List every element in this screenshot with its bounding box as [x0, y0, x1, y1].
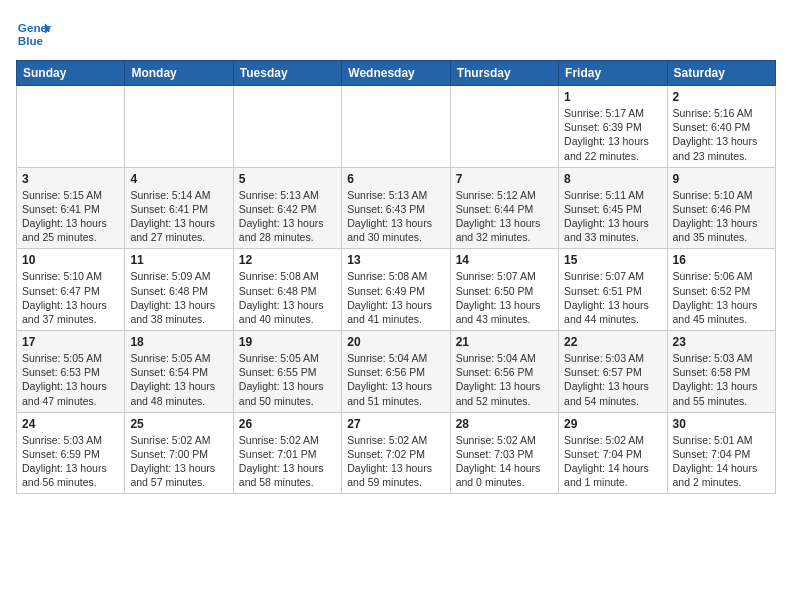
day-number: 1: [564, 90, 661, 104]
day-info: Sunrise: 5:17 AM Sunset: 6:39 PM Dayligh…: [564, 106, 661, 163]
day-cell: 18Sunrise: 5:05 AM Sunset: 6:54 PM Dayli…: [125, 331, 233, 413]
day-info: Sunrise: 5:09 AM Sunset: 6:48 PM Dayligh…: [130, 269, 227, 326]
day-number: 4: [130, 172, 227, 186]
header-saturday: Saturday: [667, 61, 775, 86]
day-info: Sunrise: 5:02 AM Sunset: 7:01 PM Dayligh…: [239, 433, 336, 490]
day-info: Sunrise: 5:01 AM Sunset: 7:04 PM Dayligh…: [673, 433, 770, 490]
day-info: Sunrise: 5:13 AM Sunset: 6:42 PM Dayligh…: [239, 188, 336, 245]
day-cell: 21Sunrise: 5:04 AM Sunset: 6:56 PM Dayli…: [450, 331, 558, 413]
week-row-4: 17Sunrise: 5:05 AM Sunset: 6:53 PM Dayli…: [17, 331, 776, 413]
day-number: 9: [673, 172, 770, 186]
day-number: 27: [347, 417, 444, 431]
day-cell: 3Sunrise: 5:15 AM Sunset: 6:41 PM Daylig…: [17, 167, 125, 249]
day-cell: 27Sunrise: 5:02 AM Sunset: 7:02 PM Dayli…: [342, 412, 450, 494]
header-sunday: Sunday: [17, 61, 125, 86]
day-cell: 23Sunrise: 5:03 AM Sunset: 6:58 PM Dayli…: [667, 331, 775, 413]
header-monday: Monday: [125, 61, 233, 86]
logo-icon: General Blue: [16, 16, 52, 52]
day-number: 14: [456, 253, 553, 267]
day-number: 29: [564, 417, 661, 431]
day-number: 2: [673, 90, 770, 104]
day-info: Sunrise: 5:07 AM Sunset: 6:51 PM Dayligh…: [564, 269, 661, 326]
day-number: 12: [239, 253, 336, 267]
day-info: Sunrise: 5:02 AM Sunset: 7:00 PM Dayligh…: [130, 433, 227, 490]
day-cell: [342, 86, 450, 168]
day-info: Sunrise: 5:05 AM Sunset: 6:53 PM Dayligh…: [22, 351, 119, 408]
calendar-header: SundayMondayTuesdayWednesdayThursdayFrid…: [17, 61, 776, 86]
day-cell: 28Sunrise: 5:02 AM Sunset: 7:03 PM Dayli…: [450, 412, 558, 494]
day-info: Sunrise: 5:03 AM Sunset: 6:57 PM Dayligh…: [564, 351, 661, 408]
day-cell: [233, 86, 341, 168]
day-cell: 8Sunrise: 5:11 AM Sunset: 6:45 PM Daylig…: [559, 167, 667, 249]
header-tuesday: Tuesday: [233, 61, 341, 86]
day-number: 30: [673, 417, 770, 431]
day-cell: 29Sunrise: 5:02 AM Sunset: 7:04 PM Dayli…: [559, 412, 667, 494]
day-info: Sunrise: 5:03 AM Sunset: 6:59 PM Dayligh…: [22, 433, 119, 490]
day-number: 5: [239, 172, 336, 186]
day-number: 8: [564, 172, 661, 186]
day-cell: 26Sunrise: 5:02 AM Sunset: 7:01 PM Dayli…: [233, 412, 341, 494]
day-number: 3: [22, 172, 119, 186]
calendar-table: SundayMondayTuesdayWednesdayThursdayFrid…: [16, 60, 776, 494]
day-cell: 22Sunrise: 5:03 AM Sunset: 6:57 PM Dayli…: [559, 331, 667, 413]
day-cell: 4Sunrise: 5:14 AM Sunset: 6:41 PM Daylig…: [125, 167, 233, 249]
day-number: 23: [673, 335, 770, 349]
day-cell: 17Sunrise: 5:05 AM Sunset: 6:53 PM Dayli…: [17, 331, 125, 413]
day-cell: 24Sunrise: 5:03 AM Sunset: 6:59 PM Dayli…: [17, 412, 125, 494]
header-friday: Friday: [559, 61, 667, 86]
header: General Blue: [16, 16, 776, 52]
day-number: 6: [347, 172, 444, 186]
day-cell: 11Sunrise: 5:09 AM Sunset: 6:48 PM Dayli…: [125, 249, 233, 331]
day-info: Sunrise: 5:10 AM Sunset: 6:47 PM Dayligh…: [22, 269, 119, 326]
day-info: Sunrise: 5:16 AM Sunset: 6:40 PM Dayligh…: [673, 106, 770, 163]
day-cell: 13Sunrise: 5:08 AM Sunset: 6:49 PM Dayli…: [342, 249, 450, 331]
day-info: Sunrise: 5:08 AM Sunset: 6:49 PM Dayligh…: [347, 269, 444, 326]
day-number: 18: [130, 335, 227, 349]
week-row-5: 24Sunrise: 5:03 AM Sunset: 6:59 PM Dayli…: [17, 412, 776, 494]
day-info: Sunrise: 5:13 AM Sunset: 6:43 PM Dayligh…: [347, 188, 444, 245]
day-cell: 14Sunrise: 5:07 AM Sunset: 6:50 PM Dayli…: [450, 249, 558, 331]
day-info: Sunrise: 5:12 AM Sunset: 6:44 PM Dayligh…: [456, 188, 553, 245]
day-info: Sunrise: 5:03 AM Sunset: 6:58 PM Dayligh…: [673, 351, 770, 408]
day-info: Sunrise: 5:04 AM Sunset: 6:56 PM Dayligh…: [347, 351, 444, 408]
day-number: 21: [456, 335, 553, 349]
day-number: 25: [130, 417, 227, 431]
day-info: Sunrise: 5:05 AM Sunset: 6:55 PM Dayligh…: [239, 351, 336, 408]
day-cell: 30Sunrise: 5:01 AM Sunset: 7:04 PM Dayli…: [667, 412, 775, 494]
week-row-1: 1Sunrise: 5:17 AM Sunset: 6:39 PM Daylig…: [17, 86, 776, 168]
day-cell: 6Sunrise: 5:13 AM Sunset: 6:43 PM Daylig…: [342, 167, 450, 249]
day-info: Sunrise: 5:15 AM Sunset: 6:41 PM Dayligh…: [22, 188, 119, 245]
day-number: 19: [239, 335, 336, 349]
day-info: Sunrise: 5:02 AM Sunset: 7:04 PM Dayligh…: [564, 433, 661, 490]
day-number: 17: [22, 335, 119, 349]
day-cell: 15Sunrise: 5:07 AM Sunset: 6:51 PM Dayli…: [559, 249, 667, 331]
logo: General Blue: [16, 16, 52, 52]
day-info: Sunrise: 5:02 AM Sunset: 7:02 PM Dayligh…: [347, 433, 444, 490]
day-cell: 25Sunrise: 5:02 AM Sunset: 7:00 PM Dayli…: [125, 412, 233, 494]
day-cell: 2Sunrise: 5:16 AM Sunset: 6:40 PM Daylig…: [667, 86, 775, 168]
day-info: Sunrise: 5:07 AM Sunset: 6:50 PM Dayligh…: [456, 269, 553, 326]
day-cell: 20Sunrise: 5:04 AM Sunset: 6:56 PM Dayli…: [342, 331, 450, 413]
day-number: 26: [239, 417, 336, 431]
day-number: 7: [456, 172, 553, 186]
day-info: Sunrise: 5:10 AM Sunset: 6:46 PM Dayligh…: [673, 188, 770, 245]
header-thursday: Thursday: [450, 61, 558, 86]
day-number: 15: [564, 253, 661, 267]
day-number: 28: [456, 417, 553, 431]
week-row-3: 10Sunrise: 5:10 AM Sunset: 6:47 PM Dayli…: [17, 249, 776, 331]
svg-text:Blue: Blue: [18, 34, 44, 47]
day-cell: 16Sunrise: 5:06 AM Sunset: 6:52 PM Dayli…: [667, 249, 775, 331]
day-cell: 12Sunrise: 5:08 AM Sunset: 6:48 PM Dayli…: [233, 249, 341, 331]
day-info: Sunrise: 5:14 AM Sunset: 6:41 PM Dayligh…: [130, 188, 227, 245]
header-wednesday: Wednesday: [342, 61, 450, 86]
day-cell: [125, 86, 233, 168]
day-info: Sunrise: 5:08 AM Sunset: 6:48 PM Dayligh…: [239, 269, 336, 326]
day-cell: 5Sunrise: 5:13 AM Sunset: 6:42 PM Daylig…: [233, 167, 341, 249]
day-number: 24: [22, 417, 119, 431]
day-cell: 10Sunrise: 5:10 AM Sunset: 6:47 PM Dayli…: [17, 249, 125, 331]
day-number: 13: [347, 253, 444, 267]
day-cell: 19Sunrise: 5:05 AM Sunset: 6:55 PM Dayli…: [233, 331, 341, 413]
day-number: 16: [673, 253, 770, 267]
day-info: Sunrise: 5:02 AM Sunset: 7:03 PM Dayligh…: [456, 433, 553, 490]
day-number: 10: [22, 253, 119, 267]
